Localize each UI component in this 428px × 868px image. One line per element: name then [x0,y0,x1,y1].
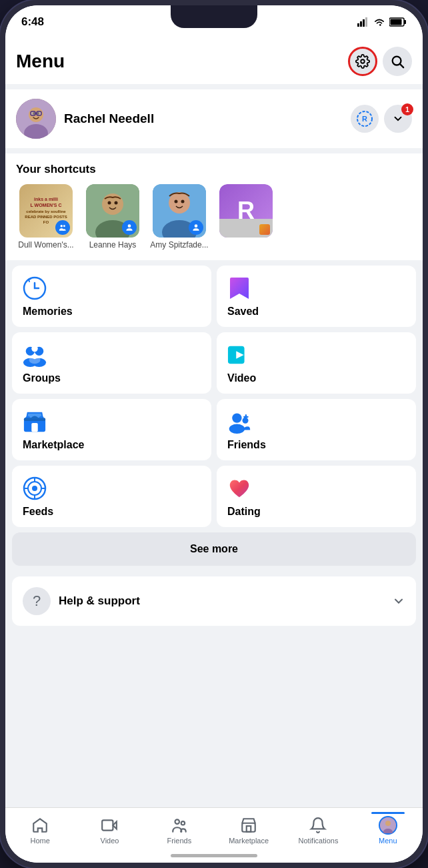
svg-point-61 [181,821,185,825]
friends-icon [227,410,251,434]
wifi-icon [373,17,385,27]
svg-line-9 [400,64,403,67]
bottom-nav: Home Video [5,807,423,863]
groups-icon [23,343,47,367]
shortcut-thumb-amy [153,184,206,238]
groups-label: Groups [23,372,201,384]
nav-label-video: Video [101,837,119,845]
svg-rect-45 [24,418,45,421]
menu-item-marketplace[interactable]: Marketplace [12,399,211,460]
nav-friends-icon [170,816,189,835]
menu-item-memories[interactable]: Memories [12,266,211,327]
nav-item-friends[interactable]: Friends [145,813,214,847]
marketplace-icon [23,410,47,434]
menu-item-friends[interactable]: Friends [217,399,416,460]
menu-item-feeds[interactable]: Feeds [12,466,211,527]
svg-rect-16 [37,111,41,115]
help-title: Help & support [59,594,140,608]
svg-point-26 [115,201,118,205]
active-indicator [371,812,405,814]
see-more-button[interactable]: See more [12,532,416,566]
notch [171,5,257,28]
svg-point-40 [29,356,40,363]
profile-actions: R 1 [351,105,412,133]
shortcut-item-r[interactable]: R [216,184,276,251]
search-button[interactable] [383,47,412,76]
svg-point-32 [181,200,185,203]
home-indicator [171,854,257,857]
saved-label: Saved [227,306,405,318]
shortcuts-grid: inks a milli L WOMEN'S C celebrate by so… [16,184,412,251]
svg-point-29 [169,192,190,213]
nav-notifications-icon [309,816,327,835]
shortcut-overlay-icon-leanne [122,220,137,235]
shortcut-label-women: Dull Women's... [18,240,73,251]
dating-label: Dating [227,506,405,518]
nav-item-menu[interactable]: Menu [353,813,423,847]
feeds-label: Feeds [23,506,201,518]
friends-label: Friends [227,439,405,451]
battery-icon [389,17,407,27]
nav-label-notifications: Notifications [299,837,339,845]
shortcut-label-amy: Amy Spitzfade... [150,240,208,251]
nav-menu-avatar [379,816,397,835]
shortcut-thumb-women: inks a milli L WOMEN'S C celebrate by so… [19,184,73,238]
nav-video-icon [100,816,119,835]
svg-rect-6 [391,19,402,25]
people-icon [58,223,67,232]
svg-point-7 [361,59,365,63]
help-section[interactable]: ? Help & support [12,576,416,626]
svg-point-20 [61,225,63,228]
memories-label: Memories [23,306,201,318]
chevron-down-icon-help [392,594,405,608]
nav-label-marketplace: Marketplace [229,837,269,845]
menu-item-video[interactable]: Video [217,332,416,394]
settings-button[interactable] [348,47,377,76]
shortcuts-title: Your shortcuts [16,163,412,176]
shortcut-thumb-leanne [86,184,139,238]
nav-item-home[interactable]: Home [5,813,75,847]
menu-item-dating[interactable]: Dating [217,466,416,527]
home-icon [31,816,49,835]
shortcut-item-amy[interactable]: Amy Spitzfade... [149,184,209,251]
nav-marketplace-icon [239,816,258,835]
svg-point-39 [31,345,37,351]
avatar-svg [16,99,56,139]
svg-rect-0 [357,23,359,27]
nav-item-notifications[interactable]: Notifications [283,813,353,847]
nav-label-friends: Friends [167,837,191,845]
svg-rect-2 [363,19,365,27]
gear-icon [355,54,370,69]
menu-item-groups[interactable]: Groups [12,332,211,394]
shortcut-item-leanne[interactable]: Leanne Hays [83,184,143,251]
switch-account-icon: R [356,110,373,127]
switch-account-button[interactable]: R [351,105,379,133]
svg-rect-1 [360,21,362,27]
friend-icon-amy [191,223,201,232]
status-icons [357,17,407,27]
svg-point-33 [195,224,198,228]
help-left: ? Help & support [23,587,140,615]
svg-point-46 [232,413,241,422]
svg-text:R: R [362,115,367,123]
svg-rect-5 [404,20,406,24]
shortcut-item-women[interactable]: inks a milli L WOMEN'S C celebrate by so… [16,184,76,251]
saved-icon [227,276,251,300]
page-title: Menu [16,51,65,72]
svg-point-27 [128,224,131,228]
notification-badge: 1 [401,103,413,115]
main-content: Menu [5,39,423,807]
nav-item-marketplace[interactable]: Marketplace [214,813,283,847]
see-more-label: See more [190,543,238,554]
svg-point-23 [102,193,123,215]
profile-card[interactable]: Rachel Needell R 1 [5,89,423,148]
menu-item-saved[interactable]: Saved [217,266,416,327]
profile-dropdown-button[interactable]: 1 [384,105,412,133]
svg-point-65 [385,821,391,826]
nav-item-video[interactable]: Video [75,813,144,847]
svg-point-53 [32,486,37,491]
chevron-down-icon [392,113,404,125]
nav-label-menu: Menu [379,837,397,845]
help-icon: ? [23,587,51,615]
shortcut-overlay-icon-amy [189,220,203,235]
